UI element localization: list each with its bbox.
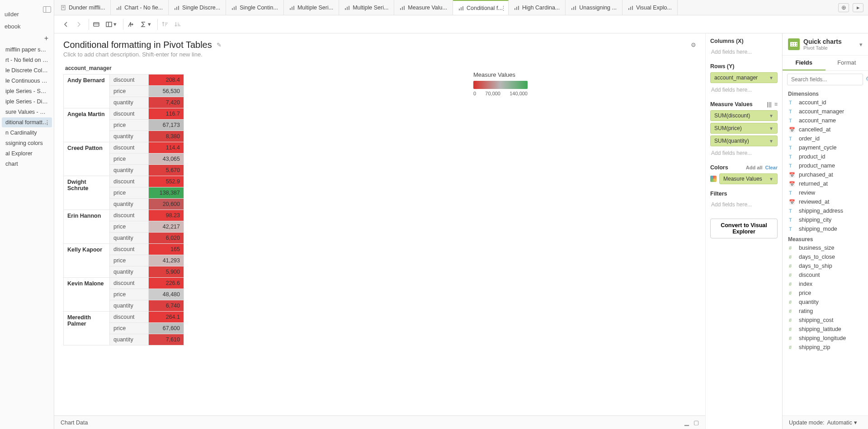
search-fields-input[interactable]: [787, 74, 863, 85]
tab[interactable]: Single Contin...: [226, 0, 284, 15]
tree-item[interactable]: n Cardinality: [2, 128, 52, 138]
legend-gradient[interactable]: [473, 81, 528, 89]
page-title[interactable]: Conditional formatting in Pivot Tables: [63, 40, 212, 50]
minimize-icon[interactable]: ▁: [684, 419, 689, 426]
color-swatch-icon[interactable]: [710, 176, 717, 182]
group-cell[interactable]: Creed Patton: [64, 142, 110, 176]
value-cell[interactable]: 208.4: [149, 75, 184, 86]
tab-list-button[interactable]: ▸: [853, 3, 863, 12]
tree-item[interactable]: iple Series - Same ...: [2, 86, 52, 96]
search-icon[interactable]: 🔍: [866, 76, 868, 83]
measure-pill[interactable]: SUM(price)▼: [710, 123, 778, 134]
collapse-sidebar-icon[interactable]: [43, 6, 51, 13]
tab[interactable]: Visual Explo...: [623, 0, 678, 15]
metric-cell[interactable]: price: [110, 154, 149, 165]
metric-cell[interactable]: discount: [110, 176, 149, 187]
measure-pill[interactable]: SUM(quantity)▼: [710, 135, 778, 146]
dimension-field[interactable]: Taccount_manager: [783, 107, 868, 116]
add-item-button[interactable]: +: [42, 34, 51, 42]
dimension-field[interactable]: Torder_id: [783, 134, 868, 143]
rows-dropzone[interactable]: Add fields here...: [710, 85, 778, 95]
group-cell[interactable]: Kevin Malone: [64, 278, 110, 312]
tab[interactable]: High Cardina...: [509, 0, 566, 15]
value-cell[interactable]: 67,600: [149, 323, 184, 334]
value-cell[interactable]: 138,387: [149, 187, 184, 199]
metric-cell[interactable]: price: [110, 187, 149, 199]
new-tab-button[interactable]: ⊕: [838, 3, 849, 12]
dimension-field[interactable]: 📅reviewed_at: [783, 197, 868, 206]
colors-addall-link[interactable]: Add all: [746, 165, 763, 170]
sort-asc-button[interactable]: [161, 21, 169, 28]
tab[interactable]: Conditional f...: [453, 0, 509, 15]
bottom-chart-data[interactable]: Chart Data: [61, 420, 88, 426]
metric-cell[interactable]: discount: [110, 142, 149, 154]
tree-item[interactable]: ssigning colors: [2, 138, 52, 148]
value-cell[interactable]: 56,530: [149, 86, 184, 97]
metric-cell[interactable]: discount: [110, 312, 149, 323]
tree-item[interactable]: chart: [2, 159, 52, 169]
dimension-field[interactable]: Tshipping_mode: [783, 224, 868, 233]
value-cell[interactable]: 264.1: [149, 312, 184, 323]
measure-field[interactable]: #quantity: [783, 298, 868, 307]
value-cell[interactable]: 8,380: [149, 131, 184, 142]
settings-icon[interactable]: ⚙: [691, 42, 696, 48]
tree-item[interactable]: mifflin paper sales: [2, 45, 52, 55]
group-cell[interactable]: Andy Bernard: [64, 75, 110, 108]
dimension-field[interactable]: 📅cancelled_at: [783, 125, 868, 134]
convert-to-ve-button[interactable]: Convert to Visual Explorer: [710, 219, 778, 238]
value-cell[interactable]: 42,217: [149, 221, 184, 233]
value-cell[interactable]: 20,600: [149, 199, 184, 210]
measure-columns-icon[interactable]: |||: [767, 101, 772, 107]
value-cell[interactable]: 165: [149, 244, 184, 255]
group-cell[interactable]: Dwight Schrute: [64, 176, 110, 210]
tree-item[interactable]: le Continuous Color: [2, 76, 52, 86]
update-mode-select[interactable]: Automatic ▾: [827, 419, 857, 426]
tab[interactable]: Measure Valu...: [394, 0, 453, 15]
measure-field[interactable]: #shipping_longitude: [783, 334, 868, 343]
filters-dropzone[interactable]: Add fields here...: [710, 200, 778, 210]
dimension-field[interactable]: Tpayment_cycle: [783, 143, 868, 152]
metric-cell[interactable]: quantity: [110, 266, 149, 278]
metric-cell[interactable]: quantity: [110, 300, 149, 312]
dimension-field[interactable]: Taccount_id: [783, 98, 868, 107]
tab[interactable]: Multiple Seri...: [339, 0, 394, 15]
dimension-field[interactable]: Tproduct_id: [783, 152, 868, 161]
dimension-field[interactable]: Treview: [783, 188, 868, 197]
metric-cell[interactable]: price: [110, 255, 149, 266]
maximize-icon[interactable]: ▢: [693, 419, 699, 426]
group-cell[interactable]: Meredith Palmer: [64, 312, 110, 345]
value-cell[interactable]: 6,740: [149, 300, 184, 312]
metric-cell[interactable]: quantity: [110, 233, 149, 244]
container-button[interactable]: [93, 21, 100, 28]
dimension-field[interactable]: Tshipping_address: [783, 206, 868, 215]
metric-cell[interactable]: quantity: [110, 131, 149, 142]
value-cell[interactable]: 7,420: [149, 97, 184, 108]
value-cell[interactable]: 48,480: [149, 289, 184, 300]
value-cell[interactable]: 114.4: [149, 142, 184, 154]
measure-field[interactable]: #shipping_latitude: [783, 325, 868, 334]
tab-fields[interactable]: Fields: [783, 56, 826, 70]
metric-cell[interactable]: discount: [110, 75, 149, 86]
tab[interactable]: Dunder miffli...: [55, 0, 111, 15]
tree-item[interactable]: al Explorer: [2, 149, 52, 159]
metric-cell[interactable]: quantity: [110, 165, 149, 176]
measure-dropzone[interactable]: Add fields here...: [710, 148, 778, 158]
value-cell[interactable]: 43,065: [149, 154, 184, 165]
tree-item[interactable]: sure Values - Split/...: [2, 107, 52, 117]
group-cell[interactable]: Erin Hannon: [64, 210, 110, 244]
tab[interactable]: Single Discre...: [169, 0, 226, 15]
metric-cell[interactable]: price: [110, 221, 149, 233]
metric-cell[interactable]: discount: [110, 244, 149, 255]
measure-list-icon[interactable]: ≡: [774, 101, 778, 107]
forward-button[interactable]: [75, 21, 82, 28]
rows-pill-account-manager[interactable]: account_manager▼: [710, 72, 778, 83]
group-cell[interactable]: Kelly Kapoor: [64, 244, 110, 278]
value-cell[interactable]: 98.23: [149, 210, 184, 221]
metric-cell[interactable]: discount: [110, 210, 149, 221]
measure-field[interactable]: #index: [783, 280, 868, 289]
formula-button[interactable]: [127, 21, 134, 28]
sort-desc-button[interactable]: [174, 21, 181, 28]
sigma-button[interactable]: ▾: [140, 21, 151, 28]
value-cell[interactable]: 5,900: [149, 266, 184, 278]
measure-field[interactable]: #days_to_ship: [783, 261, 868, 270]
